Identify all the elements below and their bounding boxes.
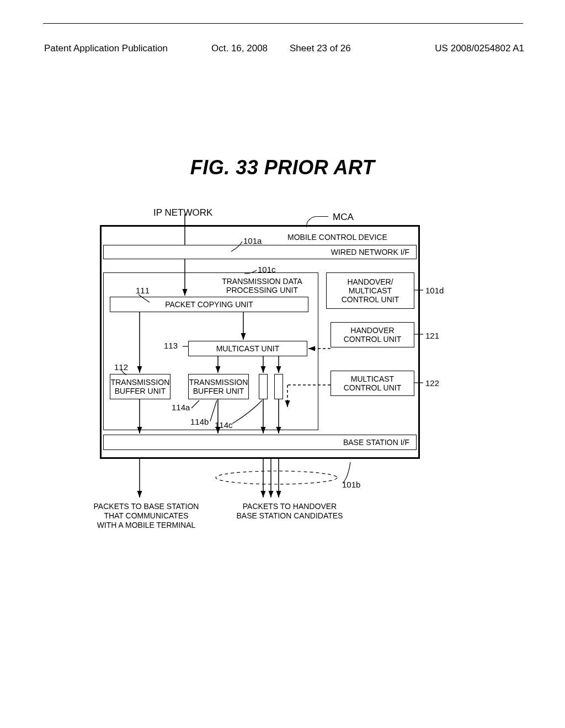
arrows-svg (100, 225, 420, 459)
ref-101b: 101b (342, 480, 360, 489)
svg-point-23 (216, 471, 337, 484)
output-right-label: PACKETS TO HANDOVER BASE STATION CANDIDA… (232, 502, 348, 521)
header-sheet: Sheet 23 of 26 (290, 43, 351, 54)
ref-122: 122 (425, 378, 439, 388)
header-docket: US 2008/0254802 A1 (435, 43, 524, 54)
page-header: Patent Application Publication Oct. 16, … (44, 43, 524, 54)
header-publication: Patent Application Publication (44, 43, 168, 54)
header-date: Oct. 16, 2008 (211, 43, 268, 54)
output-left-label: PACKETS TO BASE STATION THAT COMMUNICATE… (88, 502, 204, 529)
ref-101d: 101d (425, 286, 444, 295)
ref-121: 121 (425, 331, 439, 340)
page-rule (43, 23, 523, 24)
figure-title: FIG. 33 PRIOR ART (0, 156, 565, 179)
bottom-arrows-svg (100, 459, 420, 503)
top-arrow-svg (100, 214, 420, 225)
